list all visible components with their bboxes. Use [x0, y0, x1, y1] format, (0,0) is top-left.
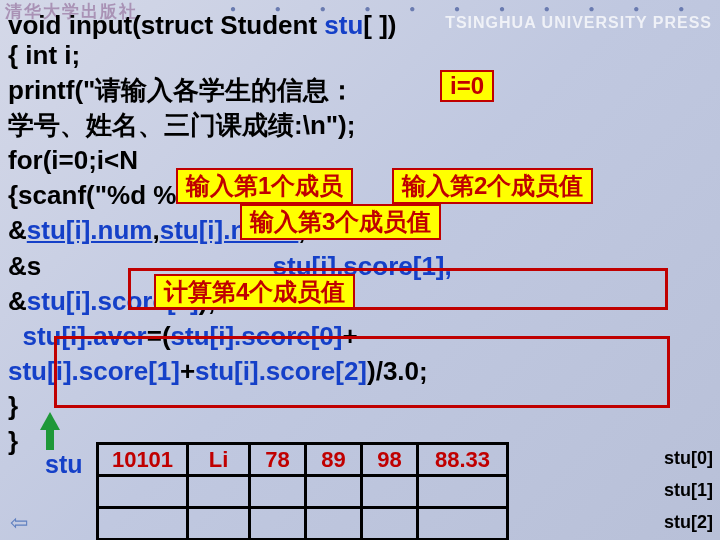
press-name-en: TSINGHUA UNIVERSITY PRESS [445, 14, 712, 32]
sig-part1: void input(struct Student [8, 10, 324, 40]
index-label-1: stu[1] [664, 480, 713, 501]
table-row: 10101 Li 78 89 98 88.33 [98, 444, 508, 476]
arrow-stem [46, 428, 54, 450]
back-arrow-icon[interactable]: ⇦ [10, 510, 28, 536]
cell-s0: 78 [250, 444, 306, 476]
cell-s2: 98 [362, 444, 418, 476]
data-table: 10101 Li 78 89 98 88.33 [96, 442, 509, 540]
array-label: stu [45, 450, 83, 479]
code-line-2: printf("请输入各学生的信息： [8, 73, 712, 108]
callout-input-member-3: 输入第3个成员值 [240, 204, 441, 240]
code-line-1: { int i; [8, 38, 712, 73]
callout-i-equals-0: i=0 [440, 70, 494, 102]
table-row [98, 476, 508, 508]
cell-aver: 88.33 [418, 444, 508, 476]
index-label-0: stu[0] [664, 448, 713, 469]
index-label-2: stu[2] [664, 512, 713, 533]
cell-num: 10101 [98, 444, 188, 476]
code-line-4: for(i=0;i<N [8, 143, 712, 178]
sig-part3: [ ]) [363, 10, 396, 40]
function-signature: void input(struct Student stu[ ]) TSINGH… [8, 10, 712, 41]
cell-name: Li [188, 444, 250, 476]
code-line-3: 学号、姓名、三门课成绩:\n"); [8, 108, 712, 143]
callout-input-member-2: 输入第2个成员值 [392, 168, 593, 204]
highlight-box-1 [128, 268, 668, 310]
highlight-box-2 [54, 336, 670, 408]
sig-param: stu [324, 10, 363, 40]
callout-input-member-1: 输入第1个成员 [176, 168, 353, 204]
cell-s1: 89 [306, 444, 362, 476]
table-row [98, 508, 508, 540]
